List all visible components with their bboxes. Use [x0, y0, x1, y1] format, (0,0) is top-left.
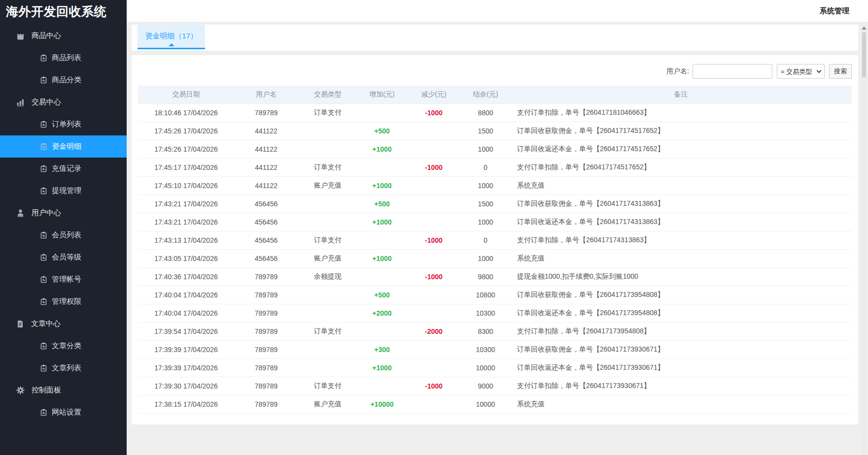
cell-increase: +500 [357, 122, 407, 140]
report-icon [40, 409, 47, 416]
cell-type [298, 195, 357, 213]
cell-decrease: -1000 [407, 158, 461, 176]
cell-balance: 10800 [461, 286, 510, 304]
cell-decrease [407, 140, 461, 158]
sidebar-item-recharge-records[interactable]: 充值记录 [0, 158, 127, 180]
cell-date: 17:40:04 17/04/2026 [138, 286, 234, 304]
cell-user: 789789 [234, 286, 298, 304]
sidebar-item-article-category[interactable]: 文章分类 [0, 335, 127, 357]
cell-date: 17:39:39 17/04/2026 [138, 358, 234, 377]
cell-decrease: -1000 [407, 231, 461, 249]
cell-increase: +300 [357, 340, 407, 358]
table-row: 17:39:39 17/04/2026789789+30010300订单回收获取… [138, 340, 852, 358]
table-row: 18:10:46 17/04/2026789789订单支付-10008800支付… [138, 103, 852, 122]
sidebar-item-admin-permissions[interactable]: 管理权限 [0, 291, 127, 313]
col-header-type: 交易类型 [298, 86, 357, 103]
table-row: 17:43:21 17/04/2026456456+10001000订单回收返还… [138, 213, 852, 231]
cell-user: 789789 [234, 358, 298, 377]
user-icon [16, 209, 25, 217]
sidebar-section-control-panel[interactable]: 控制面板 [0, 379, 127, 401]
cell-increase [357, 267, 407, 286]
sidebar-section-article-center[interactable]: 文章中心 [0, 313, 127, 335]
cell-user: 789789 [234, 395, 298, 413]
report-icon [40, 298, 47, 305]
sidebar-menu: 商品中心商品列表商品分类交易中心订单列表资金明细充值记录提现管理用户中心会员列表… [0, 25, 127, 423]
sidebar-item-fund-details[interactable]: 资金明细 [0, 135, 127, 158]
sidebar-item-order-list[interactable]: 订单列表 [0, 113, 127, 135]
cell-date: 17:45:17 17/04/2026 [138, 158, 234, 176]
tab-fund-details[interactable]: 资金明细（17） [138, 25, 205, 49]
cell-decrease [407, 176, 461, 195]
topbar: 系统管理 [127, 0, 868, 22]
report-icon [40, 342, 47, 350]
sidebar-section-user-center[interactable]: 用户中心 [0, 202, 127, 224]
table-row: 17:39:39 17/04/2026789789+100010000订单回收返… [138, 358, 852, 377]
cell-decrease [407, 358, 461, 377]
cell-increase [357, 103, 407, 122]
cell-balance: 1000 [461, 140, 510, 158]
scrollbar-thumb[interactable] [862, 32, 866, 77]
sidebar-section-trade-center[interactable]: 交易中心 [0, 91, 127, 113]
sidebar-item-member-level[interactable]: 会员等级 [0, 246, 127, 268]
cell-remark: 支付订单扣除，单号【260417173930671】 [510, 377, 852, 395]
table-row: 17:39:54 17/04/2026789789订单支付-20008300支付… [138, 322, 852, 340]
cell-balance: 10000 [461, 358, 510, 377]
cell-type [298, 358, 357, 377]
cell-remark: 支付订单扣除，单号【260417174313863】 [510, 231, 852, 249]
cell-user: 789789 [234, 322, 298, 340]
col-header-remark: 备注 [510, 86, 852, 103]
report-icon [40, 254, 47, 261]
cell-balance: 10000 [461, 395, 510, 413]
table-row: 17:40:36 17/04/2026789789余额提现-10009800提现… [138, 267, 852, 286]
cell-type: 订单支付 [298, 377, 357, 395]
sidebar-item-admin-accounts[interactable]: 管理帐号 [0, 268, 127, 291]
cell-remark: 订单回收获取佣金，单号【260417173930671】 [510, 340, 852, 358]
cell-date: 17:38:15 17/04/2026 [138, 395, 234, 413]
cell-user: 456456 [234, 231, 298, 249]
col-header-inc: 增加(元) [357, 86, 407, 103]
cell-date: 17:43:13 17/04/2026 [138, 231, 234, 249]
sidebar-item-goods-category[interactable]: 商品分类 [0, 69, 127, 91]
table-row: 17:45:26 17/04/2026441122+10001000订单回收返还… [138, 140, 852, 158]
sidebar-item-withdraw-manage[interactable]: 提现管理 [0, 180, 127, 202]
tab-fund-details-label: 资金明细（17） [145, 32, 198, 41]
sidebar-item-article-list[interactable]: 文章列表 [0, 357, 127, 379]
transaction-type-select-wrap: = 交易类型 = [777, 64, 825, 79]
report-icon [40, 54, 47, 62]
cell-date: 17:43:21 17/04/2026 [138, 213, 234, 231]
cell-date: 17:43:21 17/04/2026 [138, 195, 234, 213]
sidebar-item-goods-list[interactable]: 商品列表 [0, 47, 127, 69]
system-admin-menu[interactable]: 系统管理 [820, 6, 849, 16]
col-header-user: 用户名 [234, 86, 298, 103]
sidebar-section-goods-center[interactable]: 商品中心 [0, 25, 127, 47]
username-input[interactable] [693, 64, 772, 79]
transaction-type-select[interactable]: = 交易类型 = [777, 64, 825, 79]
report-icon [40, 121, 47, 128]
cell-decrease [407, 122, 461, 140]
cell-balance: 1000 [461, 249, 510, 267]
cell-remark: 支付订单扣除，单号【260417181046663】 [510, 103, 852, 122]
cell-type [298, 213, 357, 231]
search-bar: 用户名: = 交易类型 = 搜索 [138, 55, 852, 79]
cell-type: 订单支付 [298, 322, 357, 340]
cell-remark: 订单回收返还本金，单号【260417173954808】 [510, 304, 852, 322]
search-button[interactable]: 搜索 [829, 64, 852, 79]
cell-increase: +500 [357, 286, 407, 304]
cell-decrease [407, 249, 461, 267]
report-icon [40, 231, 47, 239]
table-row: 17:45:10 17/04/2026441122账户充值+10001000系统… [138, 176, 852, 195]
vertical-scrollbar[interactable] [862, 25, 867, 455]
cell-remark: 系统充值 [510, 176, 852, 195]
cell-user: 789789 [234, 103, 298, 122]
cell-user: 441122 [234, 176, 298, 195]
table-row: 17:45:17 17/04/2026441122订单支付-10000支付订单扣… [138, 158, 852, 176]
cell-balance: 1500 [461, 122, 510, 140]
cell-balance: 8300 [461, 322, 510, 340]
sidebar-item-site-settings[interactable]: 网站设置 [0, 401, 127, 423]
cell-user: 441122 [234, 140, 298, 158]
cell-balance: 0 [461, 231, 510, 249]
cell-increase: +1000 [357, 176, 407, 195]
scroll-up-arrow-icon[interactable] [862, 27, 867, 30]
cell-decrease [407, 395, 461, 413]
sidebar-item-member-list[interactable]: 会员列表 [0, 224, 127, 246]
